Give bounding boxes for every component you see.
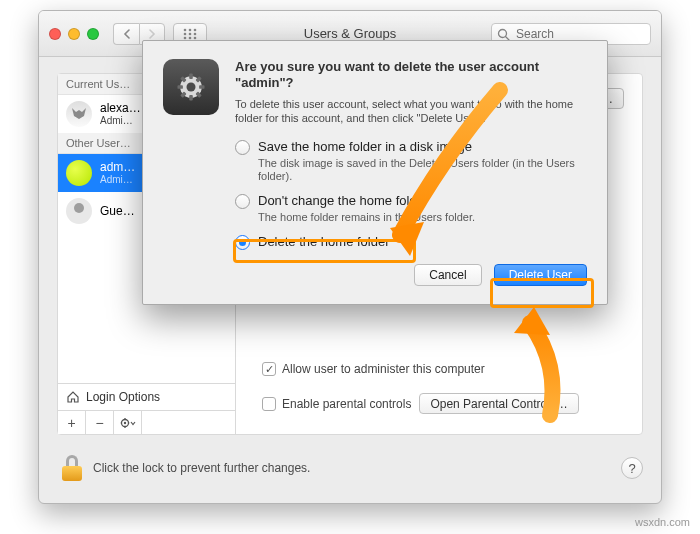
delete-user-sheet: Are you sure you want to delete the user… bbox=[142, 40, 608, 305]
user-role: Admi… bbox=[100, 174, 135, 185]
allow-admin-checkbox[interactable]: ✓ bbox=[262, 362, 276, 376]
option-label: Don't change the home folder bbox=[258, 193, 428, 208]
open-parental-button[interactable]: Open Parental Controls… bbox=[419, 393, 578, 414]
gear-icon bbox=[120, 417, 136, 429]
avatar bbox=[66, 101, 92, 127]
window-controls bbox=[49, 28, 99, 40]
svg-point-2 bbox=[194, 28, 197, 31]
svg-point-6 bbox=[184, 36, 187, 39]
delete-user-button[interactable]: Delete User bbox=[494, 264, 587, 286]
option-delete-folder[interactable]: Delete the home folder bbox=[235, 234, 587, 250]
option-label: Delete the home folder bbox=[258, 234, 390, 249]
lock-icon[interactable] bbox=[61, 455, 83, 481]
enable-parental-label: Enable parental controls bbox=[282, 397, 411, 411]
parental-controls-row: Enable parental controls Open Parental C… bbox=[262, 393, 626, 414]
radio-icon[interactable] bbox=[235, 140, 250, 155]
option-hint: The home folder remains in the Users fol… bbox=[258, 211, 587, 224]
svg-point-5 bbox=[194, 32, 197, 35]
option-save-disk-image[interactable]: Save the home folder in a disk image bbox=[235, 139, 587, 155]
grid-icon bbox=[183, 28, 197, 40]
remove-user-button[interactable]: − bbox=[86, 411, 114, 435]
actions-menu-button[interactable] bbox=[114, 411, 142, 435]
watermark: wsxdn.com bbox=[635, 516, 690, 528]
svg-point-3 bbox=[184, 32, 187, 35]
svg-point-1 bbox=[189, 28, 192, 31]
radio-icon[interactable] bbox=[235, 235, 250, 250]
svg-point-12 bbox=[123, 421, 125, 423]
avatar bbox=[66, 198, 92, 224]
enable-parental-row[interactable]: Enable parental controls bbox=[262, 397, 411, 411]
sheet-description: To delete this user account, select what… bbox=[235, 97, 587, 125]
user-name: alexa… bbox=[100, 102, 141, 115]
svg-rect-18 bbox=[189, 74, 193, 79]
minimize-window-icon[interactable] bbox=[68, 28, 80, 40]
svg-rect-20 bbox=[178, 85, 183, 89]
svg-point-4 bbox=[189, 32, 192, 35]
option-hint: The disk image is saved in the Deleted U… bbox=[258, 157, 587, 183]
add-user-button[interactable]: + bbox=[58, 411, 86, 435]
lock-text: Click the lock to prevent further change… bbox=[93, 461, 310, 475]
enable-parental-checkbox[interactable] bbox=[262, 397, 276, 411]
svg-point-0 bbox=[184, 28, 187, 31]
user-role: Admi… bbox=[100, 115, 141, 126]
svg-line-10 bbox=[506, 36, 510, 40]
user-name: Gue… bbox=[100, 205, 135, 218]
sheet-title: Are you sure you want to delete the user… bbox=[235, 59, 587, 91]
svg-point-8 bbox=[194, 36, 197, 39]
user-name: adm… bbox=[100, 161, 135, 174]
avatar bbox=[66, 160, 92, 186]
login-options-label: Login Options bbox=[86, 390, 160, 404]
svg-point-7 bbox=[189, 36, 192, 39]
lock-row: Click the lock to prevent further change… bbox=[57, 455, 643, 481]
cancel-button[interactable]: Cancel bbox=[414, 264, 481, 286]
users-groups-prefs-icon bbox=[163, 59, 219, 115]
allow-admin-row[interactable]: ✓ Allow user to administer this computer bbox=[262, 362, 485, 376]
zoom-window-icon[interactable] bbox=[87, 28, 99, 40]
svg-rect-19 bbox=[189, 95, 193, 100]
login-options[interactable]: Login Options bbox=[58, 383, 235, 410]
back-button[interactable] bbox=[113, 23, 139, 45]
svg-rect-21 bbox=[199, 85, 204, 89]
close-window-icon[interactable] bbox=[49, 28, 61, 40]
allow-admin-label: Allow user to administer this computer bbox=[282, 362, 485, 376]
sidebar-bottom-bar: + − bbox=[58, 410, 235, 434]
home-icon bbox=[66, 390, 80, 404]
help-button[interactable]: ? bbox=[621, 457, 643, 479]
option-label: Save the home folder in a disk image bbox=[258, 139, 472, 154]
svg-point-26 bbox=[187, 83, 196, 92]
option-dont-change[interactable]: Don't change the home folder bbox=[235, 193, 587, 209]
radio-icon[interactable] bbox=[235, 194, 250, 209]
